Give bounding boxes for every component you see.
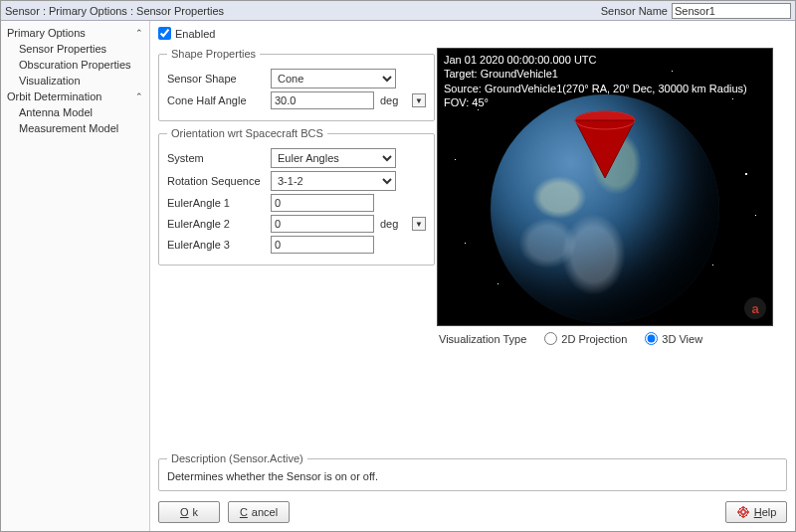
chevron-up-icon: ⌃ [135,91,143,101]
rotation-sequence-label: Rotation Sequence [167,175,265,187]
euler3-label: EulerAngle 3 [167,239,265,251]
sensor-name-label: Sensor Name [601,5,668,17]
sensor-cone-icon [565,110,645,180]
euler2-input[interactable] [271,215,374,233]
euler1-label: EulerAngle 1 [167,197,265,209]
sensor-name-input[interactable] [672,3,791,19]
euler3-input[interactable] [271,236,374,254]
sidebar-item-visualization[interactable]: Visualization [1,73,149,89]
3d-viewport[interactable]: Jan 01 2020 00:00:00.000 UTC Target: Gro… [437,48,773,326]
system-label: System [167,152,265,164]
description-text: Determines whether the Sensor is on or o… [167,470,778,482]
sensor-shape-label: Sensor Shape [167,73,265,85]
rotation-sequence-select[interactable]: 3-1-2 [271,171,396,191]
shape-legend: Shape Properties [167,48,260,60]
sensor-shape-select[interactable]: Cone [271,69,396,89]
sidebar-group-label: Primary Options [7,27,86,39]
breadcrumb: Sensor : Primary Options : Sensor Proper… [5,5,224,17]
sidebar-item-measurement-model[interactable]: Measurement Model [1,120,149,136]
vis-type-2d-label: 2D Projection [561,333,627,345]
logo-watermark-icon: a [744,297,766,319]
visualization-type-label: Visualization Type [439,333,526,345]
description-group: Description (Sensor.Active) Determines w… [158,452,787,491]
chevron-up-icon: ⌃ [135,28,143,38]
unit-dropdown-icon[interactable]: ▼ [412,93,426,107]
vis-type-3d-radio[interactable] [645,332,658,345]
unit-dropdown-icon[interactable]: ▼ [412,217,426,231]
vis-type-3d-label: 3D View [662,333,702,345]
cancel-button[interactable]: Cancel [228,501,290,523]
help-button[interactable]: Help [725,501,787,523]
orientation-legend: Orientation wrt Spacecraft BCS [167,127,327,139]
angle-unit: deg [380,218,406,230]
euler2-label: EulerAngle 2 [167,218,265,230]
enabled-label: Enabled [175,28,215,40]
help-icon [736,505,750,519]
sidebar-group-primary-options[interactable]: Primary Options ⌃ [1,25,149,41]
sidebar-item-antenna-model[interactable]: Antenna Model [1,104,149,120]
cone-half-angle-input[interactable] [271,91,374,109]
sidebar-item-sensor-properties[interactable]: Sensor Properties [1,41,149,57]
enabled-checkbox[interactable] [158,27,171,40]
ok-button[interactable]: Ok [158,501,220,523]
cone-half-angle-label: Cone Half Angle [167,94,265,106]
sidebar-item-obscuration-properties[interactable]: Obscuration Properties [1,57,149,73]
description-legend: Description (Sensor.Active) [167,452,307,464]
shape-properties-group: Shape Properties Sensor Shape Cone Cone … [158,48,435,121]
svg-point-2 [740,510,744,514]
orientation-group: Orientation wrt Spacecraft BCS System Eu… [158,127,435,266]
system-select[interactable]: Euler Angles [271,148,396,168]
euler1-input[interactable] [271,194,374,212]
sidebar-group-orbit-determination[interactable]: Orbit Determination ⌃ [1,89,149,104]
sidebar-group-label: Orbit Determination [7,90,101,102]
angle-unit: deg [380,94,406,106]
viewport-overlay: Jan 01 2020 00:00:00.000 UTC Target: Gro… [444,53,747,109]
sidebar: Primary Options ⌃ Sensor Properties Obsc… [1,21,150,531]
vis-type-2d-radio[interactable] [544,332,557,345]
